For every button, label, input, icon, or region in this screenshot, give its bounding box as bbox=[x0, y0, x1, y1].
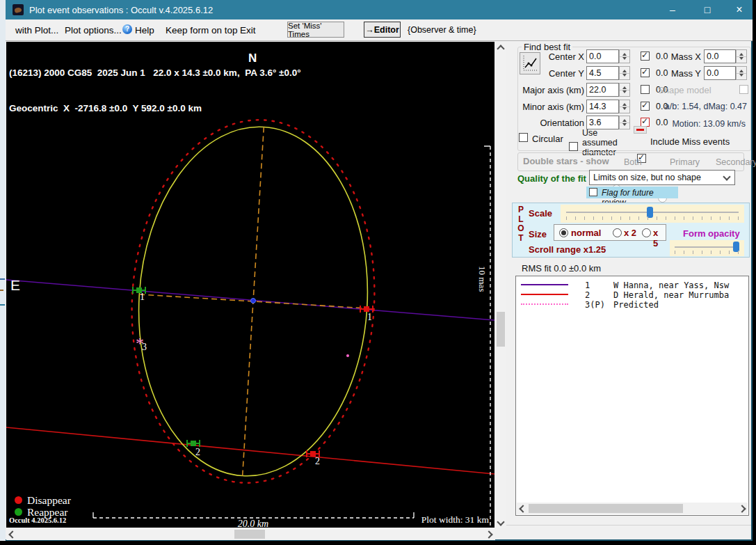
major-axis-fit-checkbox[interactable] bbox=[641, 85, 650, 94]
observation-number: 3(P) bbox=[585, 300, 605, 310]
menu-help[interactable]: Help bbox=[135, 25, 154, 35]
scroll-left-icon[interactable] bbox=[8, 530, 16, 538]
double-stars-title: Double stars - show bbox=[523, 156, 609, 166]
include-miss-label: Include Miss events bbox=[650, 136, 730, 147]
list-scroll-thumb[interactable] bbox=[529, 504, 683, 513]
use-assumed-checkbox[interactable] bbox=[569, 142, 578, 151]
menu-plot-options[interactable]: Plot options... bbox=[65, 25, 122, 35]
mas-scale-label: 10 mas bbox=[476, 266, 488, 292]
chord1-swatch-icon bbox=[521, 284, 568, 285]
center-x-stepper[interactable] bbox=[619, 49, 630, 63]
scroll-down-icon[interactable] bbox=[497, 518, 504, 526]
mass-y-label: Mass Y bbox=[670, 68, 701, 79]
predicted-dot bbox=[346, 354, 349, 357]
observations-list[interactable]: 1 W Hanna, near Yass, Nsw 2 D Herald, ne… bbox=[515, 276, 749, 516]
plot-horizontal-scrollbar[interactable] bbox=[6, 528, 495, 540]
scroll-right-icon[interactable] bbox=[485, 530, 492, 538]
title-bar: Plot event observations : Occult v.4.202… bbox=[6, 0, 753, 19]
menu-exit[interactable]: Exit bbox=[240, 25, 256, 35]
motion-label: Motion: 13.09 km/s bbox=[672, 119, 746, 129]
menu-keep-on-top[interactable]: Keep form on top bbox=[166, 25, 238, 35]
help-icon[interactable]: ? bbox=[122, 24, 132, 34]
km-scale-label: 20.0 km bbox=[222, 519, 284, 528]
center-x-fit-checkbox[interactable] bbox=[641, 52, 650, 61]
close-button[interactable]: × bbox=[723, 0, 755, 19]
flag-review-checkbox[interactable] bbox=[589, 188, 597, 196]
center-x-label: Center X bbox=[517, 52, 584, 62]
scroll-up-icon[interactable] bbox=[497, 45, 504, 52]
major-axis-input[interactable]: 22.0 bbox=[586, 83, 619, 97]
orientation-input[interactable]: 3.6 bbox=[586, 116, 619, 129]
size-label: Size bbox=[529, 229, 547, 239]
list-horizontal-scrollbar[interactable] bbox=[517, 503, 748, 514]
plot-title-line2: Geocentric X -2716.8 ±0.0 Y 592.0 ±0.0 k… bbox=[9, 102, 301, 114]
ellipse-center-point bbox=[251, 299, 256, 303]
list-scroll-right-icon[interactable] bbox=[738, 505, 746, 512]
disappear-label: Disappear bbox=[27, 494, 71, 507]
center-y-fit-checkbox[interactable] bbox=[641, 68, 650, 77]
plot-header: (16213) 2000 CG85 2025 Jun 1 22.0 x 14.3… bbox=[9, 43, 301, 138]
circular-label: Circular bbox=[532, 134, 563, 144]
disappear-dot-icon bbox=[15, 496, 22, 504]
observation-row[interactable]: 3(P) Predicted bbox=[520, 300, 550, 310]
size-x2-radio[interactable] bbox=[613, 228, 622, 237]
form-opacity-slider[interactable] bbox=[670, 240, 744, 256]
list-scroll-left-icon[interactable] bbox=[519, 505, 526, 512]
menu-with-plot[interactable]: with Plot... bbox=[15, 25, 58, 35]
app-icon bbox=[13, 4, 24, 15]
quality-dropdown[interactable]: Limits on size, but no shape bbox=[589, 170, 735, 185]
circular-checkbox[interactable] bbox=[519, 133, 528, 142]
mass-y-input[interactable]: 0.0 bbox=[704, 66, 736, 80]
observation-row[interactable]: 2 D Herald, near Murrumba bbox=[520, 290, 550, 300]
set-miss-times-button[interactable]: Set 'Miss' Times bbox=[287, 22, 344, 38]
opacity-slider-track bbox=[675, 246, 739, 248]
reappear-dot-icon bbox=[15, 508, 22, 516]
background-detail bbox=[0, 290, 3, 291]
editor-button[interactable]: →Editor bbox=[364, 22, 401, 38]
form-opacity-label: Form opacity bbox=[683, 228, 740, 239]
size-x5-radio[interactable] bbox=[642, 228, 651, 237]
center-x-sigma: 0.0 bbox=[656, 52, 668, 61]
plot-vertical-scrollbar[interactable] bbox=[495, 42, 506, 528]
size-x5-label: x 5 bbox=[653, 228, 666, 248]
predicted-swatch-icon bbox=[521, 303, 568, 305]
horizontal-scroll-thumb[interactable] bbox=[234, 530, 265, 539]
center-x-input[interactable]: 0.0 bbox=[586, 49, 619, 63]
mass-y-stepper[interactable] bbox=[736, 66, 747, 80]
center-y-input[interactable]: 4.5 bbox=[586, 66, 619, 80]
ab-dmag-label: a/b: 1.54, dMag: 0.47 bbox=[665, 102, 747, 111]
orientation-sigma: 0.0 bbox=[656, 118, 668, 127]
center-y-label: Center Y bbox=[517, 68, 584, 79]
maximize-icon: □ bbox=[705, 4, 710, 15]
chord2-reappear-label: 2 bbox=[195, 447, 200, 457]
minor-axis-label: Minor axis (km) bbox=[517, 102, 584, 112]
minimize-button[interactable]: – bbox=[657, 0, 689, 19]
chord-1-line bbox=[6, 280, 494, 320]
minor-axis-input[interactable]: 14.3 bbox=[586, 100, 619, 113]
observation-name: Predicted bbox=[613, 300, 659, 310]
mass-x-input[interactable]: 0.0 bbox=[704, 49, 736, 63]
orientation-flag-button[interactable] bbox=[634, 126, 647, 134]
size-normal-radio[interactable] bbox=[559, 228, 568, 237]
maximize-button[interactable]: □ bbox=[691, 0, 723, 19]
chord1-disappear-label: 1 bbox=[367, 312, 372, 322]
double-primary-label: Primary bbox=[670, 157, 700, 167]
major-axis-stepper[interactable] bbox=[619, 83, 630, 97]
center-y-stepper[interactable] bbox=[619, 66, 630, 80]
flag-review-box: Flag for future review bbox=[586, 187, 678, 198]
vertical-scroll-thumb[interactable] bbox=[497, 312, 505, 347]
orientation-stepper[interactable] bbox=[619, 116, 630, 129]
quality-value: Limits on size, but no shape bbox=[593, 173, 701, 182]
rms-label: RMS fit 0.0 ±0.0 km bbox=[522, 263, 601, 274]
scale-slider[interactable] bbox=[561, 205, 744, 223]
minor-axis-fit-checkbox[interactable] bbox=[641, 102, 650, 111]
observer-time-label: {Observer & time} bbox=[408, 25, 476, 35]
mass-x-stepper[interactable] bbox=[736, 49, 747, 63]
plot-canvas[interactable]: 1 1 2 2 3 * (16213) 2000 CG85 2025 Jun 1… bbox=[6, 42, 494, 528]
shape-model-checkbox[interactable] bbox=[739, 85, 748, 94]
chord2-swatch-icon bbox=[521, 294, 568, 295]
major-axis-label: Major axis (km) bbox=[517, 85, 584, 95]
observation-row[interactable]: 1 W Hanna, near Yass, Nsw bbox=[520, 281, 550, 290]
divider bbox=[6, 40, 753, 41]
minor-axis-stepper[interactable] bbox=[619, 100, 630, 113]
